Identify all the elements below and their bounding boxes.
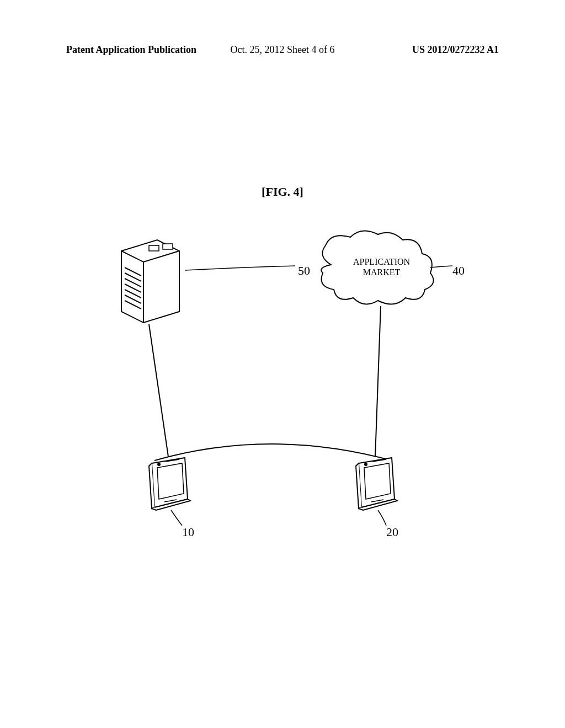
leader-line-10 <box>171 510 182 526</box>
header-publication-type: Patent Application Publication <box>66 44 196 56</box>
svg-rect-7 <box>149 245 159 251</box>
cloud-label: APPLICATION MARKET <box>353 256 410 277</box>
phone-left-icon <box>149 458 190 510</box>
header-date-sheet: Oct. 25, 2012 Sheet 4 of 6 <box>231 44 335 56</box>
leader-line-40 <box>430 266 452 267</box>
svg-point-13 <box>365 463 367 465</box>
connection-server-phone1 <box>149 324 168 457</box>
svg-point-10 <box>158 463 160 465</box>
leader-line-50 <box>185 266 295 270</box>
cloud-label-line2: MARKET <box>363 267 401 277</box>
server-icon <box>121 240 179 323</box>
reference-numeral-20: 20 <box>386 525 398 539</box>
connection-phone-phone <box>154 444 392 461</box>
header-publication-number: US 2012/0272232 A1 <box>412 44 499 56</box>
reference-numeral-50: 50 <box>298 264 310 278</box>
page-header: Patent Application Publication Oct. 25, … <box>0 44 565 56</box>
phone-right-icon <box>356 458 397 510</box>
leader-line-20 <box>378 510 386 526</box>
reference-numeral-40: 40 <box>452 264 465 278</box>
connection-cloud-phone2 <box>375 306 381 457</box>
svg-rect-8 <box>163 244 173 249</box>
figure-title: [FIG. 4] <box>262 185 303 199</box>
cloud-label-line1: APPLICATION <box>353 257 410 266</box>
reference-numeral-10: 10 <box>182 525 194 539</box>
